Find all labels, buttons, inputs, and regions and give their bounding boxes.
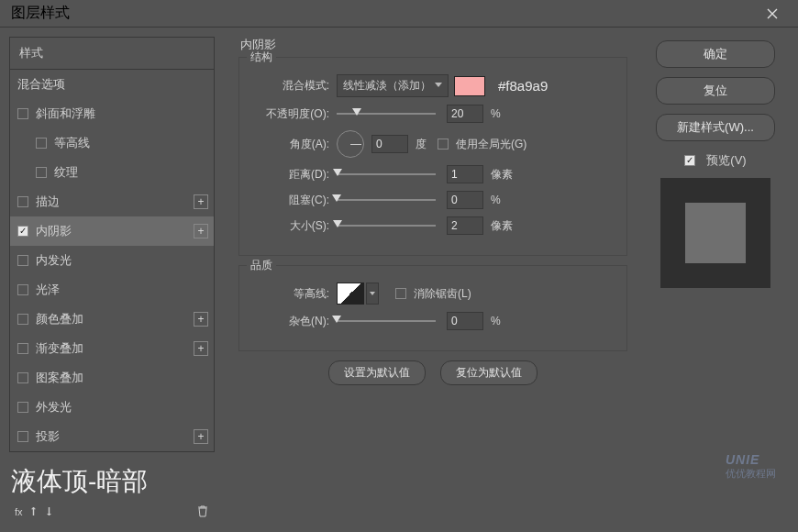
style-item-label: 纹理 xyxy=(54,164,78,181)
arrow-up-icon[interactable]: 🠕 xyxy=(28,506,39,517)
style-item-label: 描边 xyxy=(36,194,60,210)
style-item-label: 投影 xyxy=(36,428,60,445)
choke-slider[interactable] xyxy=(337,199,436,201)
global-light-checkbox[interactable]: 使用全局光(G) xyxy=(438,137,526,152)
style-item-6[interactable]: 光泽 xyxy=(10,275,214,305)
antialias-checkbox[interactable]: 消除锯齿(L) xyxy=(395,286,471,302)
make-default-button[interactable]: 设置为默认值 xyxy=(328,360,426,385)
checkbox-icon[interactable] xyxy=(17,108,28,119)
checkbox-icon[interactable] xyxy=(17,402,28,413)
plus-icon[interactable]: + xyxy=(194,429,208,444)
opacity-unit: % xyxy=(491,107,501,120)
plus-icon[interactable]: + xyxy=(194,194,208,209)
fx-label[interactable]: fx xyxy=(15,506,23,517)
noise-unit: % xyxy=(491,315,501,327)
style-item-11[interactable]: 投影+ xyxy=(10,422,214,451)
close-button[interactable] xyxy=(754,0,791,28)
style-item-label: 外发光 xyxy=(36,399,72,416)
checkbox-icon[interactable] xyxy=(17,196,28,207)
style-item-3[interactable]: 描边+ xyxy=(10,187,214,216)
style-item-label: 内阴影 xyxy=(36,223,72,239)
size-slider[interactable] xyxy=(337,225,436,227)
blend-mode-select[interactable]: 线性减淡（添加） xyxy=(337,74,449,97)
style-item-label: 渐变叠加 xyxy=(36,340,83,357)
hex-label: #f8a9a9 xyxy=(498,78,548,94)
color-swatch[interactable] xyxy=(454,76,485,96)
checkbox-icon[interactable] xyxy=(17,255,28,266)
preview-checkbox[interactable]: 预览(V) xyxy=(684,152,746,169)
opacity-input[interactable] xyxy=(447,105,483,123)
checkbox-icon[interactable] xyxy=(17,372,28,383)
style-item-8[interactable]: 渐变叠加+ xyxy=(10,334,214,363)
checkbox-icon xyxy=(395,288,406,299)
checkbox-icon xyxy=(438,139,449,150)
quality-label: 品质 xyxy=(247,258,276,273)
style-item-label: 等高线 xyxy=(54,135,90,151)
style-item-10[interactable]: 外发光 xyxy=(10,393,214,422)
titlebar: 图层样式 xyxy=(0,0,798,28)
distance-unit: 像素 xyxy=(491,167,513,183)
opacity-slider[interactable] xyxy=(337,113,436,115)
panel-title: 内阴影 xyxy=(238,37,627,53)
reset-default-button[interactable]: 复位为默认值 xyxy=(440,360,538,385)
style-item-9[interactable]: 图案叠加 xyxy=(10,363,214,393)
distance-label: 距离(D): xyxy=(252,167,329,183)
sidebar-footer: fx 🠕 🠗 xyxy=(9,501,215,523)
style-item-5[interactable]: 内发光 xyxy=(10,246,214,275)
structure-label: 结构 xyxy=(247,50,276,65)
checkbox-icon[interactable] xyxy=(36,167,47,178)
structure-group: 结构 混合模式: 线性减淡（添加） #f8a9a9 不透明度(O): % 角度(… xyxy=(238,57,627,256)
watermark: UNIE 优优教程网 xyxy=(726,452,776,481)
trash-icon[interactable] xyxy=(196,504,209,519)
checkbox-icon[interactable] xyxy=(17,284,28,295)
checkbox-icon xyxy=(684,155,695,166)
arrow-down-icon[interactable]: 🠗 xyxy=(44,506,54,517)
checkbox-icon[interactable] xyxy=(17,226,28,237)
cancel-button[interactable]: 复位 xyxy=(656,77,775,105)
checkbox-icon[interactable] xyxy=(17,343,28,354)
distance-slider[interactable] xyxy=(337,173,436,175)
noise-label: 杂色(N): xyxy=(252,314,329,329)
size-label: 大小(S): xyxy=(252,218,329,234)
style-item-7[interactable]: 颜色叠加+ xyxy=(10,305,214,334)
main-area: 样式 混合选项 斜面和浮雕等高线纹理描边+内阴影+内发光光泽颜色叠加+渐变叠加+… xyxy=(0,28,798,532)
style-item-label: 内发光 xyxy=(36,252,72,269)
style-list: 样式 混合选项 斜面和浮雕等高线纹理描边+内阴影+内发光光泽颜色叠加+渐变叠加+… xyxy=(9,37,215,452)
angle-label: 角度(A): xyxy=(252,137,329,152)
style-item-0[interactable]: 斜面和浮雕 xyxy=(10,99,214,128)
ok-button[interactable]: 确定 xyxy=(656,40,775,68)
blend-mode-label: 混合模式: xyxy=(252,78,329,94)
new-style-button[interactable]: 新建样式(W)... xyxy=(656,114,775,141)
choke-input[interactable] xyxy=(447,191,483,209)
window-title: 图层样式 xyxy=(11,4,70,23)
noise-input[interactable] xyxy=(447,312,483,330)
choke-label: 阻塞(C): xyxy=(252,193,329,208)
distance-input[interactable] xyxy=(447,165,483,183)
contour-label: 等高线: xyxy=(252,286,329,302)
contour-dropdown[interactable] xyxy=(366,283,379,305)
size-unit: 像素 xyxy=(491,218,513,234)
style-item-label: 光泽 xyxy=(36,282,60,298)
angle-unit: 度 xyxy=(416,137,427,152)
preview-inner xyxy=(685,203,746,263)
checkbox-icon[interactable] xyxy=(17,431,28,442)
checkbox-icon[interactable] xyxy=(36,138,47,149)
quality-group: 品质 等高线: 消除锯齿(L) 杂色(N): % xyxy=(238,265,627,351)
style-item-1[interactable]: 等高线 xyxy=(10,128,214,158)
center-panel: 内阴影 结构 混合模式: 线性减淡（添加） #f8a9a9 不透明度(O): %… xyxy=(224,28,642,532)
plus-icon[interactable]: + xyxy=(194,341,208,356)
style-item-4[interactable]: 内阴影+ xyxy=(10,216,214,246)
checkbox-icon[interactable] xyxy=(17,314,28,325)
style-item-2[interactable]: 纹理 xyxy=(10,158,214,187)
opacity-label: 不透明度(O): xyxy=(252,106,329,122)
noise-slider[interactable] xyxy=(337,320,436,322)
blending-options-label: 混合选项 xyxy=(17,76,65,93)
plus-icon[interactable]: + xyxy=(194,312,208,327)
angle-dial[interactable] xyxy=(337,130,364,158)
angle-input[interactable] xyxy=(371,135,408,153)
sidebar: 样式 混合选项 斜面和浮雕等高线纹理描边+内阴影+内发光光泽颜色叠加+渐变叠加+… xyxy=(0,28,224,532)
blending-options[interactable]: 混合选项 xyxy=(10,70,214,99)
contour-swatch[interactable] xyxy=(337,283,364,305)
plus-icon[interactable]: + xyxy=(194,224,208,238)
size-input[interactable] xyxy=(447,216,483,235)
